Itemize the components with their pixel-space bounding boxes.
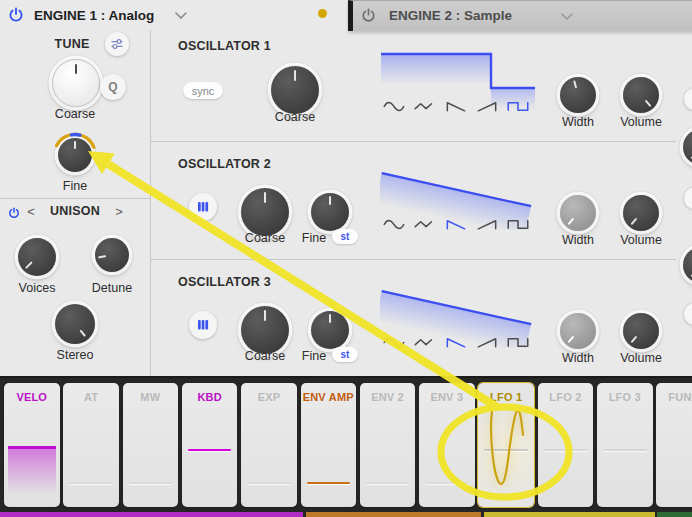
wave-icon-square[interactable] bbox=[507, 218, 529, 231]
wave-icon-sine[interactable] bbox=[383, 336, 405, 349]
unison-stereo-label: Stereo bbox=[57, 348, 94, 362]
mod-source-at[interactable]: AT bbox=[63, 383, 119, 507]
wave-icon-saw-up[interactable] bbox=[476, 100, 498, 113]
mod-source-label: VELO bbox=[4, 391, 60, 403]
wave-icon-saw-down[interactable] bbox=[445, 336, 467, 349]
osc1-sync-button[interactable]: sync bbox=[183, 82, 223, 99]
right-edge-knob[interactable] bbox=[683, 247, 692, 283]
osc2-width-knob[interactable] bbox=[560, 195, 596, 231]
osc3-keytrack-button[interactable] bbox=[189, 311, 217, 339]
osc1-coarse-knob[interactable] bbox=[271, 66, 319, 114]
osc1-divider bbox=[151, 141, 676, 142]
quantize-button[interactable]: Q bbox=[100, 74, 126, 100]
engine1-power-icon[interactable] bbox=[8, 7, 24, 27]
wave-icon-saw-down[interactable] bbox=[445, 100, 467, 113]
right-edge-knob[interactable] bbox=[683, 129, 692, 165]
mod-source-env-3[interactable]: ENV 3 bbox=[419, 383, 475, 507]
mod-source-label: FUNC bbox=[656, 391, 692, 403]
engine1-title[interactable]: ENGINE 1 : Analog bbox=[34, 8, 154, 23]
osc2-fine-knob[interactable] bbox=[311, 193, 349, 231]
osc3-fine-knob[interactable] bbox=[311, 311, 349, 349]
bottom-color-bar-segment bbox=[484, 512, 655, 517]
mod-value-line bbox=[603, 449, 647, 451]
mod-source-label: KBD bbox=[182, 391, 238, 403]
synth-engine-panel: ENGINE 1 : Analog ENGINE 2 : Sample TUNE… bbox=[0, 0, 692, 517]
engine2-chevron-down-icon bbox=[561, 13, 573, 20]
tab-engine2[interactable]: ENGINE 2 : Sample bbox=[348, 0, 692, 31]
unison-next-button[interactable]: > bbox=[115, 204, 123, 219]
unison-detune-label: Detune bbox=[92, 281, 132, 295]
unison-power-icon[interactable] bbox=[8, 205, 20, 223]
mod-value-line bbox=[188, 449, 232, 451]
mod-value-line bbox=[307, 482, 351, 484]
wave-icon-sine[interactable] bbox=[383, 218, 405, 231]
wave-icon-square[interactable] bbox=[507, 336, 529, 349]
mod-source-mw[interactable]: MW bbox=[123, 383, 179, 507]
osc1-filter-route-badge[interactable]: f bbox=[683, 87, 692, 111]
tune-coarse-knob[interactable] bbox=[52, 59, 100, 107]
bottom-color-bar-segment bbox=[0, 512, 303, 517]
osc2-title: OSCILLATOR 2 bbox=[178, 157, 271, 171]
mod-source-env-amp[interactable]: ENV AMP bbox=[301, 383, 357, 507]
wave-icon-triangle[interactable] bbox=[414, 336, 436, 349]
osc3-volume-knob[interactable] bbox=[623, 313, 659, 349]
osc3-coarse-knob[interactable] bbox=[241, 306, 289, 354]
osc2-keytrack-button[interactable] bbox=[189, 193, 217, 221]
mod-source-env-2[interactable]: ENV 2 bbox=[360, 383, 416, 507]
osc2-volume-knob[interactable] bbox=[623, 195, 659, 231]
mod-value-line bbox=[544, 449, 588, 451]
osc3-wave-selector bbox=[383, 336, 529, 349]
unison-stereo-knob[interactable] bbox=[55, 304, 95, 344]
sliders-icon bbox=[110, 37, 124, 51]
mod-source-label: ENV 2 bbox=[360, 391, 416, 403]
osc2-coarse-knob[interactable] bbox=[241, 188, 289, 236]
left-panel-divider bbox=[150, 30, 151, 376]
bottom-color-bar-segment bbox=[306, 512, 481, 517]
mod-source-kbd[interactable]: KBD bbox=[182, 383, 238, 507]
tune-unison-divider bbox=[0, 198, 150, 199]
mod-source-exp[interactable]: EXP bbox=[241, 383, 297, 507]
unison-title: UNISON bbox=[50, 204, 100, 218]
mod-source-velo[interactable]: VELO bbox=[4, 383, 60, 507]
osc1-width-knob[interactable] bbox=[560, 77, 596, 113]
mod-source-lfo-3[interactable]: LFO 3 bbox=[597, 383, 653, 507]
unison-detune-knob[interactable] bbox=[95, 238, 129, 272]
bottom-color-bar-segment bbox=[657, 512, 692, 517]
engine1-chevron-down-icon[interactable] bbox=[175, 12, 187, 19]
fine-knob-mod-ring bbox=[51, 131, 99, 179]
mod-value-line bbox=[425, 482, 469, 484]
osc1-title: OSCILLATOR 1 bbox=[178, 39, 271, 53]
osc3-fine-label: Fine bbox=[302, 349, 326, 363]
wave-icon-square[interactable] bbox=[507, 100, 529, 113]
osc2-filter-route-badge[interactable]: f bbox=[683, 186, 692, 210]
osc2-wave-selector bbox=[383, 218, 529, 231]
wave-icon-saw-down[interactable] bbox=[445, 218, 467, 231]
engine1-active-dot bbox=[318, 9, 327, 18]
osc2-semitone-badge[interactable]: st bbox=[332, 229, 358, 244]
osc3-semitone-badge[interactable]: st bbox=[332, 347, 358, 362]
mod-source-label: ENV AMP bbox=[301, 391, 357, 403]
mod-source-lfo-2[interactable]: LFO 2 bbox=[538, 383, 594, 507]
mod-source-func[interactable]: FUNC bbox=[656, 383, 692, 507]
osc2-coarse-label: Coarse bbox=[245, 231, 285, 245]
lfo-sine-preview bbox=[484, 401, 528, 501]
osc3-width-knob[interactable] bbox=[560, 313, 596, 349]
wave-icon-saw-up[interactable] bbox=[476, 336, 498, 349]
unison-voices-label: Voices bbox=[19, 281, 56, 295]
wave-icon-sine[interactable] bbox=[383, 100, 405, 113]
mod-source-label: EXP bbox=[241, 391, 297, 403]
mod-source-label: AT bbox=[63, 391, 119, 403]
unison-prev-button[interactable]: < bbox=[27, 204, 35, 219]
osc3-filter-route-badge[interactable]: f bbox=[683, 302, 692, 326]
engine2-power-icon[interactable] bbox=[361, 8, 376, 27]
wave-icon-triangle[interactable] bbox=[414, 100, 436, 113]
tune-options-button[interactable] bbox=[105, 32, 129, 56]
osc1-volume-knob[interactable] bbox=[623, 77, 659, 113]
wave-icon-saw-up[interactable] bbox=[476, 218, 498, 231]
mod-source-lfo-1[interactable]: LFO 1 bbox=[478, 383, 534, 507]
osc1-coarse-label: Coarse bbox=[275, 110, 315, 124]
wave-icon-triangle[interactable] bbox=[414, 218, 436, 231]
unison-voices-knob[interactable] bbox=[18, 238, 56, 276]
mod-source-label: ENV 3 bbox=[419, 391, 475, 403]
osc1-volume-label: Volume bbox=[620, 115, 662, 129]
